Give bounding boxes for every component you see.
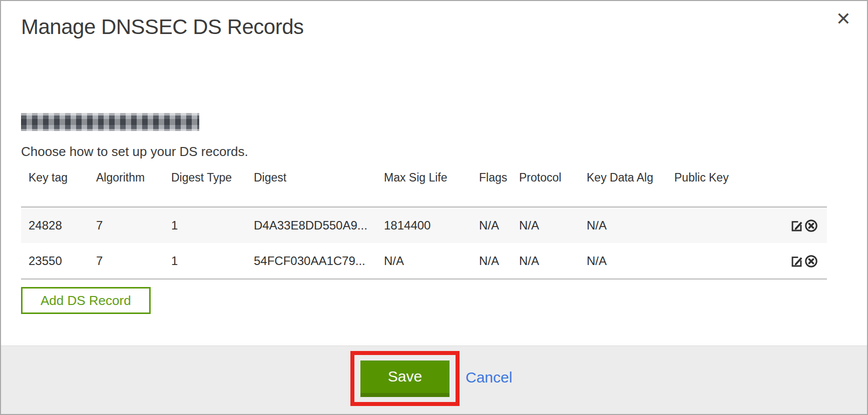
cell-protocol: N/A [512, 207, 579, 243]
edit-icon[interactable] [790, 219, 803, 232]
cell-key-data-alg: N/A [579, 207, 667, 243]
cell-digest-type: 1 [164, 207, 246, 243]
col-header-max-sig-life: Max Sig Life [376, 166, 472, 207]
page-title: Manage DNSSEC DS Records [21, 15, 304, 39]
cell-digest: D4A33E8DD550A9... [246, 207, 376, 243]
cell-flags: N/A [472, 243, 512, 279]
table-row: 23550 7 1 54FCF030AA1C79... N/A N/A N/A … [21, 243, 827, 279]
cell-digest-type: 1 [164, 243, 246, 279]
cancel-link[interactable]: Cancel [466, 369, 512, 386]
col-header-key-data-alg: Key Data Alg [579, 166, 667, 207]
cell-public-key [667, 207, 767, 243]
edit-icon[interactable] [790, 254, 803, 268]
cell-algorithm: 7 [89, 243, 164, 279]
cell-max-sig-life: N/A [376, 243, 472, 279]
intro-text: Choose how to set up your DS records. [21, 144, 248, 160]
cell-protocol: N/A [512, 243, 579, 279]
col-header-algorithm: Algorithm [89, 166, 164, 207]
dnssec-ds-records-dialog: Manage DNSSEC DS Records ✕ Choose how to… [0, 0, 868, 415]
cell-key-tag: 24828 [21, 207, 89, 243]
col-header-key-tag: Key tag [21, 166, 89, 207]
close-icon[interactable]: ✕ [836, 10, 851, 28]
col-header-actions [767, 166, 827, 207]
redacted-domain-name [21, 113, 199, 131]
cell-key-tag: 23550 [21, 243, 89, 279]
save-button[interactable]: Save [360, 360, 450, 397]
cell-algorithm: 7 [89, 207, 164, 243]
dialog-footer: Save Cancel [1, 346, 867, 414]
cell-max-sig-life: 1814400 [376, 207, 472, 243]
add-ds-record-button[interactable]: Add DS Record [21, 287, 151, 314]
col-header-digest: Digest [246, 166, 376, 207]
ds-records-table: Key tag Algorithm Digest Type Digest Max… [21, 166, 827, 280]
save-button-highlight-annotation: Save [350, 351, 460, 406]
col-header-protocol: Protocol [512, 166, 579, 207]
table-header-row: Key tag Algorithm Digest Type Digest Max… [21, 166, 827, 207]
cell-public-key [667, 243, 767, 279]
cell-digest: 54FCF030AA1C79... [246, 243, 376, 279]
table-row: 24828 7 1 D4A33E8DD550A9... 1814400 N/A … [21, 207, 827, 243]
cell-flags: N/A [472, 207, 512, 243]
delete-icon[interactable] [804, 254, 818, 268]
col-header-digest-type: Digest Type [164, 166, 246, 207]
delete-icon[interactable] [804, 219, 818, 232]
cell-key-data-alg: N/A [579, 243, 667, 279]
col-header-public-key: Public Key [667, 166, 767, 207]
col-header-flags: Flags [472, 166, 512, 207]
